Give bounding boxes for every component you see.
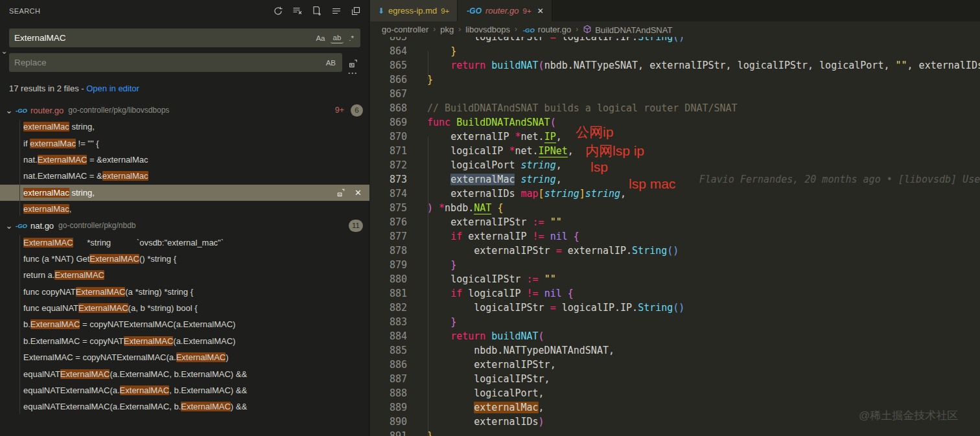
search-input-box: Aa ab .* [9,29,360,47]
whole-word-toggle[interactable]: ab [331,32,344,43]
search-result-row[interactable]: nat.ExternalMAC = &externalMac [0,152,369,168]
open-in-editor-link[interactable]: Open in editor [86,84,139,93]
line-number: 890 [370,415,407,429]
tab-router-go[interactable]: -GO router.go 9+ ✕ [458,0,552,21]
code-line: 876 externalIPStr := "" [370,215,980,229]
search-result-row[interactable]: b.ExternalMAC = copyNATExternalMAC(a.Ext… [0,316,369,332]
tree-indent-guide [19,120,20,216]
collapse-all-icon[interactable] [349,4,363,18]
search-result-row[interactable]: func (a *NAT) GetExternalMAC() *string { [0,251,369,267]
line-content: externalMac string,Flavio Fernandes, 20 … [407,172,980,187]
vscode-window: SEARCH ⌄ Aa [0,0,980,436]
search-result-row[interactable]: func copyNATExternalMAC(a *string) *stri… [0,284,369,300]
breadcrumb-item[interactable]: libovsdbops [465,25,510,34]
line-content: } [407,44,456,58]
match-highlight: ExternalMAC [54,270,104,280]
line-content: logicalIPStr, [407,372,550,386]
search-results-list: ⌄-GOrouter.gogo-controller/pkg/libovsdbo… [0,102,369,415]
match-highlight: ExternalMAC [120,385,170,395]
toggle-replace-chevron-icon[interactable]: ⌄ [0,43,8,60]
result-text: *string `ovsdb:"external_mac"` [73,238,224,247]
result-text: nat.ExternalMAC = & [23,171,102,181]
file-path: go-controller/pkg/libovsdbops [68,106,169,115]
search-input[interactable] [14,33,310,43]
match-highlight: externalMac [102,171,148,181]
search-result-row[interactable]: externalMac string,✕ [0,185,369,201]
code-line: 866} [370,73,980,87]
search-result-row[interactable]: externalMac string, [0,119,369,135]
refresh-icon[interactable] [271,4,285,18]
match-highlight: ExternalMAC [60,369,110,379]
search-result-row[interactable]: equalNATExternalMAC(a.ExternalMAC, b.Ext… [0,398,369,415]
toggle-search-details-icon[interactable]: ⋯ [345,69,360,80]
code-line: 883 } [370,315,980,329]
line-content: if externalIP != nil { [407,229,579,244]
line-content: func BuildDNATAndSNAT( [407,115,556,130]
go-file-icon: -GO [16,107,27,114]
line-number: 877 [370,229,407,244]
tree-indent-guide [19,235,20,413]
search-result-row[interactable]: return a.ExternalMAC [0,267,369,283]
line-number: 869 [370,115,407,130]
breadcrumb-separator: › [433,25,436,34]
search-panel-header: SEARCH [0,0,369,22]
line-content: nbdb.NATTypeDNATAndSNAT, [407,343,614,358]
result-text: = copyNATExternalMAC(a.ExternalMAC) [80,319,235,329]
breadcrumb-item[interactable]: BuildDNATAndSNAT [583,24,672,35]
result-text: func copyNAT [23,287,76,297]
line-content [407,87,427,101]
preserve-case-toggle[interactable]: AB [323,58,338,68]
search-result-row[interactable]: nat.ExternalMAC = &externalMac [0,168,369,184]
line-number: 870 [370,130,407,144]
code-editor[interactable]: 863 logicalIPStr = logicalIP.IP.String()… [370,37,980,436]
line-number: 863 [370,37,407,44]
code-line: 878 externalIPStr = externalIP.String() [370,244,980,258]
code-line: 889 externalMac, [370,400,980,415]
dismiss-match-icon[interactable]: ✕ [355,188,362,198]
match-case-toggle[interactable]: Aa [313,33,327,43]
line-number: 871 [370,144,407,158]
match-highlight: ExternalMAC [124,336,174,346]
search-result-row[interactable]: ExternalMAC *string `ovsdb:"external_mac… [0,234,369,250]
line-content: logicalIPStr := "" [407,272,556,286]
breadcrumb-item[interactable]: go-controller [382,25,428,34]
regex-toggle[interactable]: .* [346,33,356,43]
indent-guide [428,137,428,436]
search-result-row[interactable]: equalNATExternalMAC(a.ExternalMAC, b.Ext… [0,365,369,382]
search-result-row[interactable]: if externalMac != "" { [0,135,369,151]
breadcrumb-item[interactable]: pkg [440,25,454,34]
code-line: 869func BuildDNATAndSNAT( [370,115,980,130]
line-number: 882 [370,301,407,315]
file-row[interactable]: ⌄-GOnat.gogo-controller/pkg/nbdb11 [0,217,369,234]
code-line: 877 if externalIP != nil { [370,229,980,244]
line-number: 879 [370,258,407,272]
search-result-row[interactable]: b.ExternalMAC = copyNATExternalMAC(a.Ext… [0,333,369,349]
line-content: logicalIPStr = logicalIP.IP.String() [407,301,684,315]
replace-match-icon[interactable] [334,185,348,200]
view-as-list-icon[interactable] [329,4,344,18]
search-result-row[interactable]: func equalNATExternalMAC(a, b *string) b… [0,300,369,316]
clear-search-results-icon[interactable] [290,4,305,18]
search-result-row[interactable]: externalMac, [0,201,369,217]
match-highlight: ExternalMAC [89,254,139,264]
chevron-down-icon: ⌄ [4,106,14,115]
new-search-editor-icon[interactable] [310,4,324,18]
git-blame-annotation: Flavio Fernandes, 20 months ago • [libov… [562,174,980,185]
code-line: 888 logicalPort, [370,386,980,400]
result-text: ) [226,352,228,362]
line-content: } [407,429,433,436]
result-text: nat. [23,155,38,165]
search-result-row[interactable]: ExternalMAC = copyNATExternalMAC(a.Exter… [0,349,369,365]
search-result-row[interactable]: equalNATExternalMAC(a.ExternalMAC, b.Ext… [0,382,369,398]
match-highlight: ExternalMAC [181,402,231,411]
replace-input[interactable] [14,58,321,67]
line-content: externalIDs map[string]string, [407,187,626,201]
close-tab-icon[interactable]: ✕ [537,6,544,16]
file-row[interactable]: ⌄-GOrouter.gogo-controller/pkg/libovsdbo… [0,102,369,119]
line-number: 872 [370,158,407,172]
tab-egress-ip-md[interactable]: ⬇ egress-ip.md 9+ [370,0,458,21]
breadcrumb-item[interactable]: -GOrouter.go [522,25,571,34]
result-text: func (a *NAT) Get [23,254,89,264]
result-text: equalNATExternalMAC(a.ExternalMAC, b. [23,402,181,411]
line-number: 874 [370,187,407,201]
